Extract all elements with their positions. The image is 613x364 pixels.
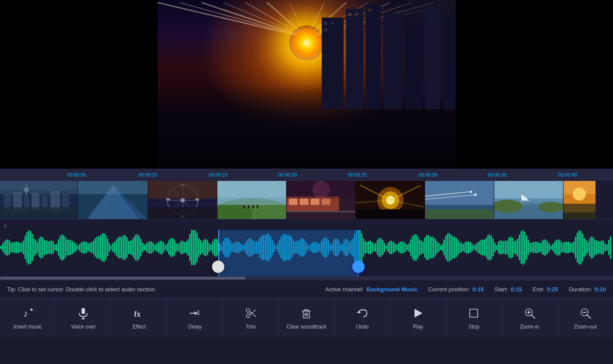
scrollbar-thumb[interactable]	[0, 277, 245, 279]
svg-rect-452	[589, 239, 590, 256]
timeline-scrollbar[interactable]	[0, 276, 613, 280]
svg-rect-365	[436, 241, 438, 254]
svg-rect-407	[510, 237, 511, 258]
svg-rect-210	[165, 245, 166, 250]
svg-rect-413	[521, 231, 522, 264]
svg-rect-120	[7, 239, 8, 255]
video-clip-9[interactable]	[563, 181, 595, 219]
delay-button[interactable]: Delay	[167, 299, 223, 338]
audio-track[interactable]: ♪ // Generate waveform bars const svgNS …	[0, 219, 613, 276]
svg-rect-424	[540, 243, 541, 252]
svg-rect-16	[346, 9, 363, 110]
stop-button[interactable]: Stop	[446, 299, 502, 338]
trim-label: Trim	[245, 324, 256, 330]
svg-rect-149	[58, 239, 59, 255]
svg-rect-458	[599, 242, 601, 254]
clear-soundtrack-button[interactable]: Clear soundtrack	[279, 299, 334, 338]
video-clip-8[interactable]	[494, 181, 563, 219]
zoom-in-button[interactable]: Zoom-in	[502, 299, 557, 338]
video-clip-4[interactable]	[217, 181, 287, 219]
playhead-start-handle[interactable]	[212, 261, 224, 273]
svg-rect-137	[37, 242, 38, 253]
svg-rect-218	[179, 243, 180, 252]
insert-music-label: Insert music	[14, 324, 42, 330]
svg-rect-335	[384, 243, 385, 252]
svg-rect-390	[480, 240, 482, 255]
video-clip-2[interactable]	[78, 181, 148, 219]
svg-rect-69	[244, 205, 245, 209]
video-clip-1[interactable]: ...	[0, 181, 78, 219]
svg-rect-169	[93, 240, 94, 254]
play-label: Play	[413, 324, 423, 330]
svg-rect-438	[564, 242, 566, 253]
svg-rect-380	[463, 244, 464, 251]
svg-rect-450	[585, 240, 587, 255]
svg-rect-72	[257, 205, 258, 209]
svg-rect-83	[287, 181, 355, 198]
svg-rect-410	[515, 240, 517, 254]
undo-button[interactable]: Undo	[335, 299, 390, 338]
svg-rect-388	[477, 243, 478, 252]
svg-rect-186	[123, 235, 124, 260]
svg-rect-225	[191, 230, 192, 265]
video-clip-3[interactable]	[148, 181, 217, 219]
svg-line-492	[532, 315, 535, 318]
svg-rect-391	[482, 240, 483, 255]
svg-rect-346	[403, 242, 404, 253]
play-button[interactable]: Play	[390, 299, 446, 338]
svg-rect-145	[51, 240, 52, 255]
time-ruler[interactable]: 00:00:05 00:00:10 00:00:15 00:00:20 00:0…	[0, 169, 613, 181]
time-marker-6: 00:00:30	[418, 172, 437, 177]
svg-rect-214	[172, 238, 173, 257]
voice-over-label: Voice over	[71, 324, 96, 330]
svg-rect-167	[89, 243, 91, 252]
zoom-out-button[interactable]: Zoom-out	[558, 299, 613, 338]
effect-button[interactable]: fx Effect	[112, 299, 167, 338]
svg-rect-150	[60, 236, 61, 259]
video-clip-7[interactable]	[425, 181, 494, 219]
svg-rect-160	[77, 246, 78, 249]
svg-rect-21	[442, 15, 455, 110]
svg-rect-451	[587, 242, 588, 253]
zoom-in-icon	[524, 307, 536, 321]
svg-rect-148	[56, 244, 57, 251]
svg-rect-422	[536, 242, 538, 253]
svg-rect-116	[0, 246, 1, 249]
svg-rect-359	[426, 235, 427, 260]
svg-rect-206	[158, 242, 159, 253]
video-clip-6[interactable]	[356, 181, 425, 219]
svg-rect-104	[494, 181, 563, 198]
svg-rect-459	[601, 240, 602, 255]
svg-rect-350	[410, 240, 411, 256]
svg-rect-173	[100, 235, 101, 260]
time-marker-1: 00:00:05	[67, 172, 86, 177]
svg-rect-352	[414, 234, 415, 261]
svg-rect-189	[128, 241, 129, 254]
svg-rect-349	[408, 243, 410, 252]
waveform-container[interactable]: // Generate waveform bars const svgNS = …	[0, 230, 613, 276]
svg-rect-151	[61, 234, 63, 260]
voice-over-button[interactable]: Voice over	[56, 299, 111, 338]
trim-button[interactable]: Trim	[223, 299, 279, 338]
svg-rect-235	[209, 243, 210, 252]
svg-rect-434	[557, 239, 559, 255]
svg-rect-402	[501, 241, 503, 254]
start-field: Start: 0:15	[494, 286, 522, 293]
svg-line-0	[158, 3, 307, 38]
video-track[interactable]: ...	[0, 181, 613, 219]
svg-rect-146	[53, 241, 54, 254]
insert-music-button[interactable]: ♪ Insert music	[0, 299, 56, 338]
selected-region[interactable]	[218, 230, 358, 276]
music-note-icon: ♪	[4, 222, 7, 229]
video-clip-5[interactable]	[287, 181, 356, 219]
svg-rect-399	[496, 245, 497, 250]
svg-rect-195	[138, 236, 140, 259]
svg-rect-207	[159, 241, 161, 254]
svg-line-496	[587, 315, 591, 318]
svg-rect-175	[103, 233, 105, 262]
zoom-out-icon	[579, 307, 592, 321]
svg-rect-156	[70, 240, 71, 255]
svg-rect-166	[88, 244, 89, 251]
playhead-end-handle[interactable]	[352, 261, 365, 273]
svg-rect-449	[584, 238, 585, 257]
